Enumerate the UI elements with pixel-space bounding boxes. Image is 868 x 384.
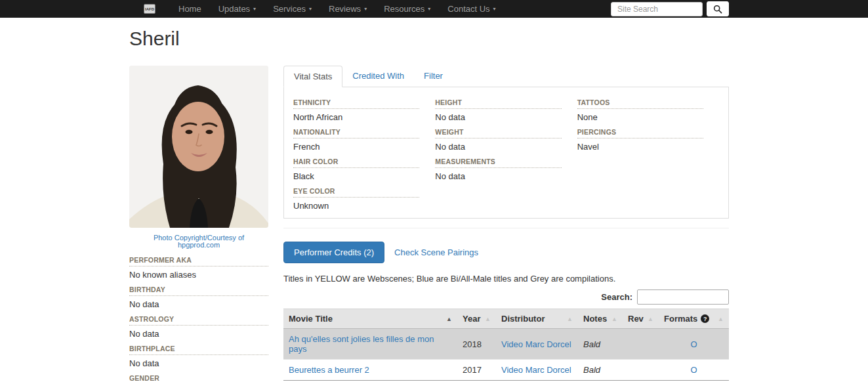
credits-legend: Titles in YELLOW are Webscenes; Blue are…: [283, 274, 729, 284]
column-header-label: Rev: [628, 314, 644, 324]
tab-credited-with[interactable]: Credited With: [342, 66, 414, 87]
nav-menu: Home Updates ▾ Services ▾ Reviews ▾ Reso…: [170, 0, 505, 18]
rev-cell: [623, 329, 659, 360]
caret-down-icon: ▾: [309, 7, 312, 12]
column-header-label: Movie Title: [289, 314, 333, 324]
table-search-label: Search:: [601, 292, 632, 302]
movie-title-link[interactable]: Beurettes a beurrer 2: [289, 365, 369, 375]
stat-value-piercings: Navel: [577, 142, 703, 152]
nav-item-resources[interactable]: Resources ▾: [375, 0, 439, 18]
field-label-birthday: BIRTHDAY: [129, 286, 268, 296]
stats-tabbar: Vital Stats Credited With Filter: [283, 66, 729, 87]
nav-item-updates[interactable]: Updates ▾: [210, 0, 264, 18]
credits-tabbar: Performer Credits (2) Check Scene Pairin…: [283, 242, 729, 263]
search-icon: [713, 5, 722, 14]
year-cell: 2017: [457, 360, 496, 381]
stat-value-eye-color: Unknown: [293, 201, 419, 211]
stat-value-hair-color: Black: [293, 171, 419, 181]
credits-table: Movie Title ▲ Year ▲ Distributor ▲: [283, 309, 729, 381]
stat-label-tattoos: TATTOOS: [577, 98, 703, 109]
stat-label-piercings: PIERCINGS: [577, 128, 703, 139]
nav-item-label: Contact Us: [447, 4, 489, 14]
top-navbar: IAFD Home Updates ▾ Services ▾ Reviews ▾…: [0, 0, 868, 18]
distributor-link[interactable]: Video Marc Dorcel: [501, 339, 571, 349]
field-value-birthplace: No data: [129, 358, 268, 368]
nav-item-home[interactable]: Home: [170, 0, 210, 18]
section-divider: [283, 228, 729, 228]
iafd-logo-icon[interactable]: IAFD: [144, 4, 155, 14]
column-header-rev[interactable]: Rev ▲: [623, 309, 659, 329]
year-cell: 2018: [457, 329, 496, 360]
column-header-label: Year: [463, 314, 480, 324]
sort-asc-icon: ▲: [485, 316, 491, 322]
page-title: Sheril: [129, 28, 180, 50]
column-header-year[interactable]: Year ▲: [457, 309, 496, 329]
stat-label-measurements: MEASUREMENTS: [435, 158, 561, 168]
stat-label-eye-color: EYE COLOR: [293, 187, 419, 198]
column-header-label: Formats: [664, 314, 697, 324]
table-search-input[interactable]: [637, 289, 729, 305]
main-content: Vital Stats Credited With Filter ETHNICI…: [283, 66, 729, 384]
stat-value-measurements: No data: [435, 171, 561, 181]
field-value-birthday: No data: [129, 299, 268, 309]
sort-asc-icon: ▲: [718, 316, 724, 322]
nav-item-label: Updates: [218, 4, 250, 14]
nav-search-area: [611, 1, 729, 16]
sort-asc-icon: ▲: [446, 316, 452, 322]
stat-value-tattoos: None: [577, 112, 703, 122]
field-value-performer-aka: No known aliases: [129, 270, 268, 280]
nav-item-label: Resources: [384, 4, 424, 14]
formats-link[interactable]: O: [690, 339, 697, 349]
stat-value-ethnicity: North African: [293, 112, 419, 122]
field-value-astrology: No data: [129, 329, 268, 339]
column-header-distributor[interactable]: Distributor ▲: [496, 309, 578, 329]
field-label-gender: GENDER: [129, 374, 268, 384]
help-icon[interactable]: ?: [701, 314, 709, 323]
stat-label-weight: WEIGHT: [435, 128, 561, 139]
nav-item-services[interactable]: Services ▾: [264, 0, 320, 18]
sort-asc-icon: ▲: [567, 316, 573, 322]
nav-item-reviews[interactable]: Reviews ▾: [320, 0, 375, 18]
nav-item-label: Services: [273, 4, 306, 14]
column-header-notes[interactable]: Notes ▲: [578, 309, 623, 329]
site-search-button[interactable]: [707, 1, 729, 16]
table-search-row: Search:: [283, 289, 729, 305]
notes-cell: Bald: [578, 360, 623, 381]
stat-value-weight: No data: [435, 142, 561, 152]
nav-item-label: Reviews: [329, 4, 361, 14]
stat-value-nationality: French: [293, 142, 419, 152]
site-search-input[interactable]: [611, 2, 703, 16]
stat-label-height: HEIGHT: [435, 98, 561, 109]
nav-item-label: Home: [178, 4, 201, 14]
tab-vital-stats[interactable]: Vital Stats: [283, 66, 342, 87]
movie-title-link[interactable]: Ah qu'elles sont jolies les filles de mo…: [289, 334, 434, 354]
field-label-astrology: ASTROLOGY: [129, 315, 268, 326]
performer-credits-button[interactable]: Performer Credits (2): [283, 242, 384, 263]
caret-down-icon: ▾: [428, 7, 430, 12]
performer-fields: PERFORMER AKA No known aliases BIRTHDAY …: [129, 256, 268, 384]
vital-stats-column: TATTOOS None PIERCINGS Navel: [577, 98, 719, 218]
vital-stats-panel: ETHNICITY North African NATIONALITY Fren…: [283, 87, 729, 219]
formats-link[interactable]: O: [690, 365, 697, 375]
vital-stats-column: ETHNICITY North African NATIONALITY Fren…: [293, 98, 435, 218]
distributor-link[interactable]: Video Marc Dorcel: [501, 365, 571, 375]
rev-cell: [623, 360, 659, 381]
column-header-formats[interactable]: Formats ? ▲: [659, 309, 729, 329]
column-header-label: Distributor: [501, 314, 545, 324]
nav-item-contact-us[interactable]: Contact Us ▾: [439, 0, 504, 18]
stat-label-hair-color: HAIR COLOR: [293, 158, 419, 168]
stat-label-ethnicity: ETHNICITY: [293, 98, 419, 109]
performer-photo: [129, 66, 268, 228]
column-header-label: Notes: [583, 314, 607, 324]
field-label-performer-aka: PERFORMER AKA: [129, 256, 268, 267]
check-scene-pairings-link[interactable]: Check Scene Pairings: [394, 247, 478, 257]
table-row: Ah qu'elles sont jolies les filles de mo…: [283, 329, 729, 360]
tab-filter[interactable]: Filter: [414, 66, 453, 87]
photo-credit[interactable]: Photo Copyright/Courtesy of hpgprod.com: [129, 234, 268, 249]
sort-asc-icon: ▲: [611, 316, 617, 322]
caret-down-icon: ▾: [253, 7, 256, 12]
column-header-movie-title[interactable]: Movie Title ▲: [283, 309, 457, 329]
caret-down-icon: ▾: [493, 7, 496, 12]
notes-cell: Bald: [578, 329, 623, 360]
photo-credit-line: hpgprod.com: [129, 242, 268, 249]
